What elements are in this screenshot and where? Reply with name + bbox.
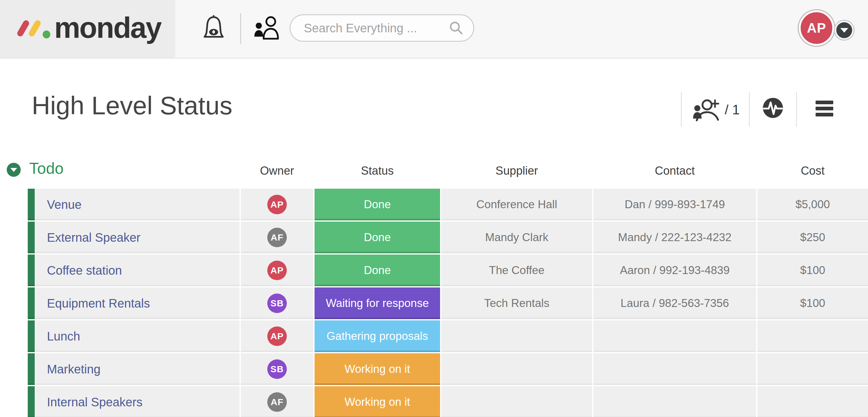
status-chip[interactable]: Gathering proposals <box>314 320 440 352</box>
contact-cell[interactable]: Laura / 982-563-7356 <box>593 288 756 319</box>
invite-count-label: / 1 <box>725 102 740 117</box>
team-members-icon[interactable] <box>253 14 280 41</box>
status-label: Working on it <box>344 396 410 409</box>
cost-cell[interactable] <box>757 353 868 385</box>
supplier-value: Mandy Clark <box>485 231 549 244</box>
status-chip[interactable]: Working on it <box>314 353 440 385</box>
logo[interactable]: monday <box>0 0 175 58</box>
contact-cell[interactable] <box>593 320 756 352</box>
group-color-bar <box>28 189 35 220</box>
contact-cell[interactable]: Mandy / 222-123-4232 <box>593 221 756 253</box>
contact-value: Laura / 982-563-7356 <box>621 297 729 310</box>
owner-cell[interactable]: SB <box>241 288 313 319</box>
group-color-bar <box>28 255 35 286</box>
supplier-cell[interactable]: The Coffee <box>441 255 592 286</box>
task-name-cell[interactable]: Equipment Rentals <box>35 288 240 319</box>
contact-cell[interactable] <box>593 386 756 417</box>
owner-avatar: SB <box>267 359 287 379</box>
page-title[interactable]: High Level Status <box>32 90 232 121</box>
owner-cell[interactable]: AP <box>241 320 313 352</box>
owner-cell[interactable]: AF <box>241 386 313 417</box>
status-chip[interactable]: Done <box>314 189 440 220</box>
task-name: Coffee station <box>47 264 122 277</box>
cost-value: $250 <box>800 231 825 244</box>
status-chip[interactable]: Done <box>314 255 440 286</box>
cost-cell[interactable]: $250 <box>757 221 868 253</box>
cost-value: $100 <box>800 264 825 277</box>
owner-cell[interactable]: SB <box>241 353 313 385</box>
task-row: Internal SpeakersAFWorking on it <box>0 386 868 417</box>
column-header-status[interactable]: Status <box>314 162 440 179</box>
owner-avatar: SB <box>267 294 287 313</box>
task-name-cell[interactable]: Venue <box>35 189 240 220</box>
owner-cell[interactable]: AP <box>241 189 313 220</box>
status-label: Done <box>364 264 391 277</box>
supplier-cell[interactable] <box>441 353 592 385</box>
supplier-value: Conference Hall <box>476 198 557 211</box>
owner-avatar: AP <box>267 326 287 346</box>
task-row: VenueAPDoneConference HallDan / 999-893-… <box>0 189 868 220</box>
logo-red-bar <box>16 19 30 37</box>
monday-logo-icon <box>16 12 53 46</box>
supplier-value: Tech Rentals <box>484 297 550 310</box>
top-bar: monday <box>0 0 868 59</box>
contact-cell[interactable]: Dan / 999-893-1749 <box>593 189 756 220</box>
task-row: External SpeakerAFDoneMandy ClarkMandy /… <box>0 221 868 253</box>
owner-avatar: AF <box>267 228 287 247</box>
contact-value: Aaron / 992-193-4839 <box>620 264 730 277</box>
topbar-divider <box>240 13 241 44</box>
monday-board-page: monday <box>0 0 868 417</box>
group-color-bar <box>28 288 35 319</box>
group-color-bar <box>28 320 35 352</box>
supplier-cell[interactable]: Conference Hall <box>441 189 592 220</box>
task-name: Lunch <box>47 329 80 343</box>
column-header-owner[interactable]: Owner <box>241 162 313 179</box>
contact-value: Mandy / 222-123-4232 <box>618 231 732 244</box>
logo-yellow-bar <box>28 19 42 37</box>
cost-cell[interactable] <box>757 320 868 352</box>
task-name-cell[interactable]: External Speaker <box>35 221 240 253</box>
cost-cell[interactable]: $100 <box>757 255 868 286</box>
board-header-divider <box>749 92 750 127</box>
task-name-cell[interactable]: Marketing <box>35 353 240 385</box>
task-name: Internal Speakers <box>47 395 143 409</box>
search-input[interactable] <box>289 14 474 42</box>
logo-text: monday <box>54 11 161 44</box>
user-menu-caret-icon[interactable] <box>835 21 854 40</box>
task-name-cell[interactable]: Lunch <box>35 320 240 352</box>
column-header-contact[interactable]: Contact <box>593 162 756 179</box>
contact-cell[interactable] <box>593 353 756 385</box>
owner-cell[interactable]: AP <box>241 255 313 286</box>
task-name: External Speaker <box>47 231 141 244</box>
owner-cell[interactable]: AF <box>241 221 313 253</box>
cost-value: $5,000 <box>796 198 830 211</box>
supplier-cell[interactable] <box>441 320 592 352</box>
status-label: Waiting for response <box>326 297 429 310</box>
column-header-cost[interactable]: Cost <box>757 162 868 179</box>
cost-cell[interactable]: $5,000 <box>757 189 868 220</box>
supplier-value: The Coffee <box>489 264 544 277</box>
task-name: Marketing <box>47 362 100 376</box>
invite-users-button[interactable]: / 1 <box>692 96 740 124</box>
supplier-cell[interactable]: Tech Rentals <box>441 288 592 319</box>
status-chip[interactable]: Working on it <box>314 386 440 417</box>
contact-cell[interactable]: Aaron / 992-193-4839 <box>593 255 756 286</box>
task-name-cell[interactable]: Coffee station <box>35 255 240 286</box>
column-headers-row: OwnerStatusSupplierContactCost <box>0 162 868 179</box>
notifications-bell-icon[interactable] <box>203 15 225 41</box>
cost-cell[interactable]: $100 <box>757 288 868 319</box>
user-avatar[interactable]: AP <box>799 10 834 46</box>
column-header-supplier[interactable]: Supplier <box>441 162 592 179</box>
supplier-cell[interactable]: Mandy Clark <box>441 221 592 253</box>
supplier-cell[interactable] <box>441 386 592 417</box>
task-name-cell[interactable]: Internal Speakers <box>35 386 240 417</box>
status-chip[interactable]: Done <box>314 221 440 253</box>
logo-green-dot <box>43 30 50 38</box>
owner-avatar: AF <box>267 392 287 412</box>
cost-cell[interactable] <box>757 386 868 417</box>
task-name: Venue <box>47 198 82 212</box>
board-activity-pulse-icon[interactable] <box>763 97 783 118</box>
board-menu-icon[interactable] <box>815 100 833 119</box>
status-chip[interactable]: Waiting for response <box>314 288 440 319</box>
user-initials: AP <box>807 21 826 36</box>
